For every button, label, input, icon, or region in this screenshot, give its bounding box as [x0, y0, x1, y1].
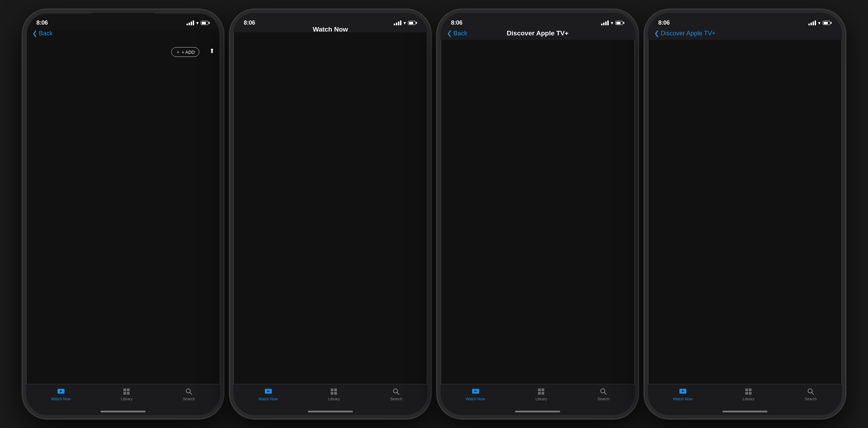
home-indicator-1	[101, 411, 146, 412]
tab-search-2[interactable]: Search	[390, 388, 402, 401]
svg-rect-3	[127, 388, 130, 391]
signal-icon-2	[394, 20, 401, 25]
svg-line-31	[811, 393, 814, 395]
battery-icon-2	[408, 21, 417, 25]
discover-hero-3: Discover 🍎tv+ Apple TV+ lives in the App…	[441, 46, 635, 109]
tab-library-2[interactable]: Library	[328, 388, 340, 401]
library-icon-3	[536, 388, 546, 395]
thumb-2-label-4: S1, E1 · SEE Godflame A journey o...	[747, 214, 836, 230]
thumb-1-label-4: S1, E1 · THE MORNING SHOW In the Dark Ni…	[653, 214, 743, 230]
search-icon-2	[391, 388, 401, 395]
p2-header: 🍎 tv+ Available Now	[233, 46, 427, 66]
tab-watch-now-4[interactable]: Watch Now	[673, 388, 693, 401]
svg-rect-19	[541, 388, 544, 391]
library-icon-4	[744, 388, 753, 395]
apple-tv-overlay-3: 🍎tv+	[526, 206, 549, 217]
nav-bar-3: ❮ Back Discover Apple TV+	[441, 28, 635, 40]
svg-rect-21	[541, 392, 544, 395]
svg-line-23	[604, 393, 606, 395]
svg-rect-29	[749, 392, 752, 395]
tab-search-4[interactable]: Search	[805, 388, 817, 401]
status-icons-3: ▾	[601, 20, 624, 26]
badge-dolby-atmos: 🎵 DOLBY ATMOS	[98, 208, 130, 215]
svg-rect-13	[334, 392, 337, 395]
svg-rect-5	[127, 392, 130, 395]
add-button-1[interactable]: ＋ + ADD	[171, 47, 199, 57]
show-title-2: THE MORNINGSHOW	[240, 166, 298, 194]
main-card-4[interactable]: THE MORNINGSHOW	[653, 88, 836, 157]
tab-search-3[interactable]: Search	[598, 388, 610, 401]
svg-line-7	[190, 393, 192, 395]
checkmark-icon-1: ✓	[118, 81, 128, 96]
back-label-3: Back	[453, 30, 467, 37]
tab-library-4[interactable]: Library	[743, 388, 755, 401]
subscribed-text-1: Subscribed to Apple TV+	[100, 99, 146, 104]
chevron-left-icon-3: ❮	[447, 29, 452, 37]
scroll-area-1: ✓ Subscribed to Apple TV+ THE MORNING SH…	[26, 13, 220, 384]
tab-watch-now-label-3: Watch Now	[466, 397, 485, 401]
dickinson-poster-3: Dickinson 🍎tv+ Apple Originals from the …	[445, 109, 630, 248]
watch-now-icon-4	[678, 388, 688, 395]
play-button-1[interactable]: Play First Episode	[33, 167, 213, 184]
share-button-1[interactable]: ⬆	[209, 47, 215, 55]
add-icon-1: ＋	[176, 49, 180, 55]
apple-logo-2: 🍎	[240, 46, 250, 55]
wifi-icon-4: ▾	[818, 20, 821, 26]
library-icon-1	[122, 388, 131, 395]
nav-title-3: Discover Apple TV+	[507, 29, 568, 37]
more-link-1[interactable]: more	[118, 198, 129, 203]
tab-watch-now-1[interactable]: Watch Now	[51, 388, 71, 401]
chevron-left-icon-1: ❮	[32, 29, 37, 37]
nav-title-2: Watch Now	[313, 26, 348, 33]
back-button-3[interactable]: ❮ Back	[447, 29, 467, 37]
phone-screen-3: 8:06 ▾ ❮	[441, 13, 635, 415]
tab-library-label-4: Library	[743, 397, 755, 401]
learn-card-1[interactable]	[240, 229, 328, 256]
season-button-1[interactable]: Season 1	[33, 220, 68, 232]
status-time-2: 8:06	[244, 19, 255, 26]
learn-title-2: Learn About the Apple TV App	[240, 208, 420, 216]
back-label-4: Discover Apple TV+	[661, 30, 715, 37]
svg-rect-12	[331, 392, 333, 395]
search-icon-3	[599, 388, 608, 395]
description-3: Apple TV+ lives in the Apple TV app. Wat…	[451, 81, 624, 99]
status-time-4: 8:06	[658, 19, 670, 26]
learn-section-2: Learn About the Apple TV App Here are so…	[233, 201, 427, 256]
tab-search-1[interactable]: Search	[183, 388, 195, 401]
tab-library-label-3: Library	[536, 397, 547, 401]
back-button-4[interactable]: ❮ Discover Apple TV+	[654, 29, 715, 37]
phone-screen-2: 8:06 ▾ Watch Now	[233, 13, 427, 415]
home-indicator-3	[515, 411, 560, 412]
section-sub-4: Start watching now.	[653, 175, 836, 180]
phone-2: 8:06 ▾ Watch Now	[230, 9, 431, 419]
thumb-row-4: THEMORNINGSHOW S1, E1 · THE MORNING SHOW…	[653, 185, 836, 230]
tab-library-1[interactable]: Library	[121, 388, 133, 401]
badge-ad: AD	[161, 208, 171, 215]
tab-search-label-1: Search	[183, 397, 195, 401]
tab-watch-now-2[interactable]: Watch Now	[259, 388, 278, 401]
library-icon-2	[329, 388, 339, 395]
phone-3: 8:06 ▾ ❮	[437, 9, 638, 419]
home-indicator-2	[308, 411, 353, 412]
learn-card-2[interactable]	[332, 229, 420, 256]
svg-rect-26	[745, 388, 748, 391]
hero-image-2: THE MORNINGSHOW	[233, 66, 427, 201]
apple-logo-large-4: 🍎	[711, 56, 742, 81]
tab-library-3[interactable]: Library	[536, 388, 547, 401]
svg-rect-28	[745, 392, 748, 395]
chevron-left-icon-4: ❮	[654, 29, 659, 37]
subscribed-overlay-1: ✓ Subscribed to Apple TV+	[99, 75, 147, 110]
status-icons-2: ▾	[394, 20, 417, 26]
tab-watch-now-3[interactable]: Watch Now	[466, 388, 485, 401]
phone-screen-1: 8:06 ▾ ❮	[26, 13, 220, 415]
thumb-1-4[interactable]: THEMORNINGSHOW S1, E1 · THE MORNING SHOW…	[653, 185, 743, 230]
thumb-2-4[interactable]: ● S1, E1 · SEE Godflame A journey o...	[747, 185, 836, 230]
svg-line-15	[397, 393, 399, 395]
badge-dolby-vision: ▣ DOLBY VISION	[64, 208, 95, 215]
battery-icon-1	[201, 21, 210, 25]
scroll-area-3: Discover 🍎tv+ Apple TV+ lives in the App…	[441, 46, 635, 384]
discover-title-3: Discover 🍎tv+	[451, 56, 624, 76]
apple-tv-badge-2: 🍎 tv+	[240, 46, 420, 55]
back-button-1[interactable]: ❮ Back	[32, 29, 53, 37]
tab-watch-now-label-4: Watch Now	[673, 397, 693, 401]
